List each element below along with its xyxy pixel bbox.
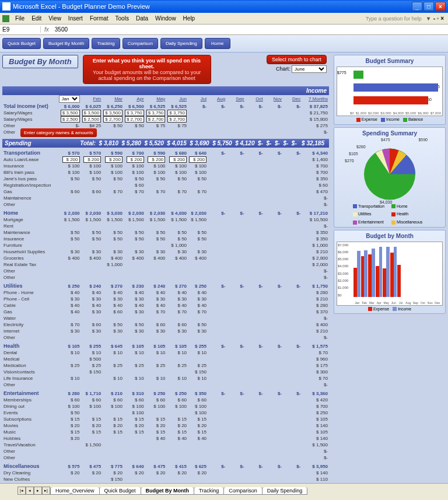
tab-prev-button[interactable]: ◂: [26, 487, 34, 495]
row-label[interactable]: Other: [2, 334, 58, 341]
tab-first-button[interactable]: |◂: [18, 487, 26, 495]
worksheet[interactable]: Budget By Month Enter what you think you…: [0, 53, 331, 483]
row-label[interactable]: Household Supplies: [2, 249, 58, 255]
spending-pie-chart: $475 $590 $280 $105 $270 $4,030: [352, 139, 428, 203]
help-prompt[interactable]: Type a question for help: [366, 16, 425, 22]
row-label[interactable]: Furniture: [2, 242, 58, 249]
row-label[interactable]: Jane's bus pass: [2, 176, 58, 182]
menu-format[interactable]: Format: [86, 14, 112, 23]
tab-next-button[interactable]: ▸: [34, 487, 42, 495]
row-label[interactable]: Memberships: [2, 397, 58, 403]
start-month-select[interactable]: Jan: [59, 95, 80, 103]
menu-view[interactable]: View: [45, 14, 65, 23]
row-label[interactable]: Dining out: [2, 403, 58, 410]
toolbtn-tracking[interactable]: Tracking: [92, 38, 120, 49]
row-label[interactable]: Travel/Vacation: [2, 442, 58, 448]
row-label[interactable]: Bill's train pass: [2, 169, 58, 176]
row-label[interactable]: Donations: [2, 482, 58, 483]
row-label[interactable]: Maintenance: [2, 229, 58, 236]
row-label[interactable]: Subscriptions: [2, 416, 58, 422]
row-label[interactable]: Maintainence: [2, 195, 58, 201]
row-label[interactable]: Mortgage: [2, 216, 58, 223]
row-label[interactable]: Groceries: [2, 255, 58, 261]
balance-bar: [354, 71, 363, 79]
formula-value[interactable]: 3500: [52, 26, 70, 33]
instruction-tooltip: Enter what you think you will spend on t…: [83, 55, 211, 84]
help-dropdown-icon[interactable]: ▾: [425, 15, 432, 22]
tab-tracking[interactable]: Tracking: [194, 487, 224, 495]
doc-close-button[interactable]: - ▫ ×: [432, 15, 446, 22]
row-label[interactable]: Phone - Cell: [2, 296, 58, 302]
menu-help[interactable]: Help: [180, 14, 199, 23]
row-label[interactable]: Other: [2, 274, 58, 281]
menu-file[interactable]: File: [12, 14, 28, 23]
row-label[interactable]: Phone - Home: [2, 289, 58, 296]
row-label[interactable]: Other: [2, 454, 58, 461]
charts-sidebar: Budget Summary $775 $6,525 $5,750 $0$1,0…: [331, 53, 448, 483]
row-label[interactable]: Other: [2, 201, 58, 208]
tab-last-button[interactable]: ▸|: [42, 487, 50, 495]
row-label[interactable]: Hobbies: [2, 435, 58, 442]
budget-month-chart: $7,000$6,000$5,000$4,000$3,000$2,000$1,0…: [337, 242, 443, 306]
row-label[interactable]: Other: [2, 448, 58, 454]
budget-grid[interactable]: IncomeJanFebMarAprMayJunJulAugSepOctNovD…: [2, 86, 329, 483]
tab-quick-budget[interactable]: Quick Budget: [99, 487, 141, 495]
row-label[interactable]: Events: [2, 410, 58, 416]
sheet-title: Budget By Month: [2, 55, 78, 68]
budget-summary-panel: Budget Summary $775 $6,525 $5,750 $0$1,0…: [334, 55, 446, 125]
row-label[interactable]: Movies: [2, 422, 58, 429]
chart-label: Chart:: [276, 66, 290, 72]
close-button[interactable]: ×: [435, 2, 446, 11]
excel-icon: [2, 15, 9, 22]
chart-select-tooltip: Select month to chart: [267, 55, 327, 64]
spending-summary-panel: Spending Summary $475 $590 $280 $105 $27…: [334, 127, 446, 228]
tab-daily-spending[interactable]: Daily Spending: [262, 487, 308, 495]
row-label[interactable]: Medication: [2, 362, 58, 369]
menu-window[interactable]: Window: [152, 14, 180, 23]
row-label[interactable]: Gas: [2, 309, 58, 315]
row-label[interactable]: Insurance: [2, 236, 58, 242]
row-label[interactable]: Salary/Wages: [2, 110, 58, 116]
fx-label[interactable]: fx: [41, 26, 52, 33]
row-label[interactable]: Life Insurance: [2, 375, 58, 382]
row-label[interactable]: Registration/Inspection: [2, 182, 58, 188]
row-label[interactable]: Salary/Wages: [2, 116, 58, 123]
budget-by-month-panel: Budget by Month $7,000$6,000$5,000$4,000…: [334, 230, 446, 314]
menu-edit[interactable]: Edit: [28, 14, 45, 23]
menu-data[interactable]: Data: [132, 14, 152, 23]
row-label[interactable]: Auto Loan/Lease: [2, 156, 58, 163]
row-label[interactable]: Vision/contacts: [2, 369, 58, 375]
row-label[interactable]: Dental: [2, 349, 58, 356]
menubar: FileEditViewInsertFormatToolsDataWindowH…: [0, 13, 448, 25]
row-label[interactable]: Real Estate Tax: [2, 261, 58, 268]
row-label[interactable]: Water: [2, 315, 58, 321]
minimize-button[interactable]: _: [412, 2, 422, 11]
row-label[interactable]: Electricity: [2, 321, 58, 328]
row-label[interactable]: Dry Cleaning: [2, 470, 58, 476]
row-label[interactable]: Medical: [2, 356, 58, 362]
maximize-button[interactable]: □: [424, 2, 434, 11]
name-box[interactable]: E9: [0, 26, 41, 33]
row-label[interactable]: Cable: [2, 302, 58, 309]
row-label[interactable]: Music: [2, 429, 58, 435]
row-label[interactable]: Other: [2, 382, 58, 388]
toolbtn-budget-by-month[interactable]: Budget By Month: [43, 38, 89, 49]
chart-month-select[interactable]: June: [292, 65, 327, 73]
row-label[interactable]: Insurance: [2, 163, 58, 169]
titlebar: Microsoft Excel - Budget Planner Demo Pr…: [0, 0, 448, 13]
toolbtn-home[interactable]: Home: [205, 38, 230, 49]
row-label[interactable]: Gas: [2, 188, 58, 195]
tab-home-overview[interactable]: Home_Overview: [50, 487, 100, 495]
tab-budget-by-month[interactable]: Budget By Month: [141, 487, 195, 495]
toolbtn-daily-spending[interactable]: Daily Spending: [160, 38, 202, 49]
toolbtn-comparison[interactable]: Comparison: [123, 38, 158, 49]
row-label[interactable]: Rent: [2, 223, 58, 229]
menu-insert[interactable]: Insert: [65, 14, 86, 23]
toolbtn-quick-budget[interactable]: Quick Budget: [2, 38, 41, 49]
income-header: Income: [2, 86, 329, 95]
tab-comparison[interactable]: Comparison: [223, 487, 262, 495]
row-label[interactable]: Internet: [2, 328, 58, 334]
row-label[interactable]: New Clothes: [2, 476, 58, 482]
row-label[interactable]: Other: [2, 268, 58, 274]
menu-tools[interactable]: Tools: [112, 14, 132, 23]
